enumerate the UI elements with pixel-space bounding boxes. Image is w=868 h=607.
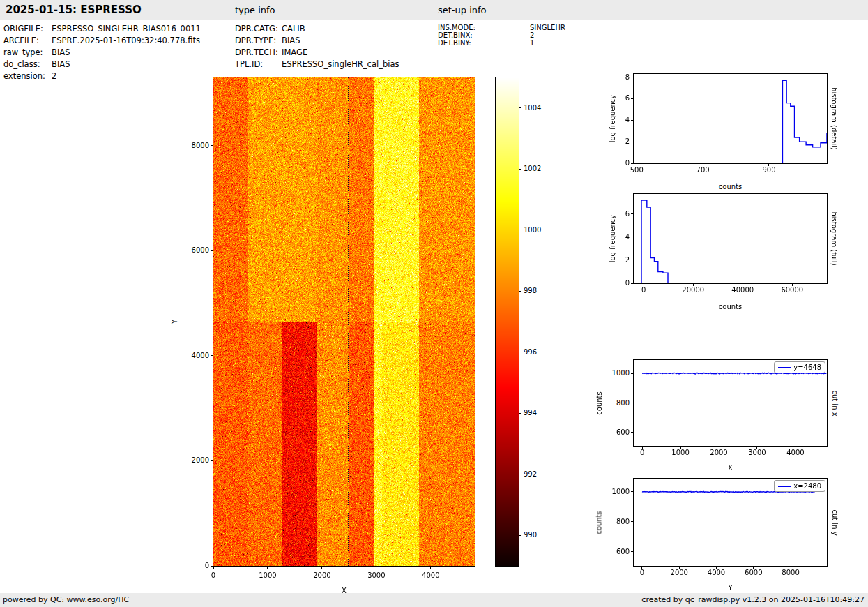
tick-label: 6000 <box>180 246 209 255</box>
tick-label: 4000 <box>410 571 452 580</box>
tick-mark <box>267 566 268 569</box>
tick-mark <box>213 566 214 569</box>
info-value: BIAS <box>282 36 300 45</box>
tick-label: 1000 <box>247 571 289 580</box>
footer-created-by: created by qc_rawdisp.py v1.2.3 on 2025-… <box>641 595 865 604</box>
legend-label: x=2480 <box>793 481 821 490</box>
info-row: raw_type:BIAS <box>3 47 201 59</box>
tick-label: 0 <box>621 569 663 577</box>
x-axis-label: counts <box>634 183 827 191</box>
tick-mark <box>519 413 521 414</box>
tick-label: 0 <box>180 562 209 570</box>
y-axis-label: log frequency <box>608 74 618 163</box>
side-label: cut in y <box>829 479 839 566</box>
file-info-block: ORIGFILE:ESPRESSO_SINGLEHR_BIAS016_0011A… <box>3 23 201 82</box>
tick-mark <box>519 169 521 170</box>
tick-label: 996 <box>524 348 551 357</box>
tick-mark <box>631 213 634 214</box>
side-label: histogram (detail) <box>829 74 839 163</box>
cut-in-x-plot: 010002000300040006008001000Xcountscut in… <box>633 359 828 447</box>
tick-mark <box>631 403 634 403</box>
tick-mark <box>519 107 521 108</box>
tick-mark <box>211 355 213 356</box>
info-row: DPR.CATG:CALIB <box>235 23 399 35</box>
info-label: TPL.ID: <box>235 59 282 70</box>
setup-info-block: INS.MODE:SINGLEHRDET.BINX:2DET.BINY:1 <box>438 24 565 47</box>
tick-mark <box>631 432 634 433</box>
info-value: ESPRESSO_SINGLEHR_BIAS016_0011 <box>52 24 201 33</box>
tick-mark <box>631 521 634 522</box>
tick-label: 1002 <box>524 165 551 173</box>
tick-label: 40000 <box>722 286 763 294</box>
tick-label: 3000 <box>736 449 778 457</box>
info-value: IMAGE <box>282 47 307 57</box>
info-label: do_class: <box>3 59 52 70</box>
info-row: DPR.TYPE:BIAS <box>235 35 399 47</box>
y-axis-label: log frequency <box>608 194 618 283</box>
tick-label: 6000 <box>733 569 775 577</box>
info-row: do_class:BIAS <box>3 59 201 70</box>
info-label: DPR.CATG: <box>235 23 282 35</box>
colorbar-canvas <box>496 77 519 566</box>
tick-label: 0 <box>621 449 663 457</box>
setup-info-heading: set-up info <box>438 5 487 15</box>
tick-mark <box>631 551 634 552</box>
y-axis-label: Y <box>170 77 180 566</box>
tick-mark <box>631 283 634 284</box>
legend: y=4648 <box>774 361 825 373</box>
tick-label: 994 <box>524 409 551 417</box>
bias-image-plot: 0100020003000400002000400060008000XY <box>213 77 475 567</box>
histogram-full-plot: 02000040000600000246countslog frequencyh… <box>633 193 828 284</box>
y-axis-label: counts <box>594 360 604 446</box>
info-value: 1 <box>530 39 534 47</box>
info-row: DET.BINX:2 <box>438 31 565 39</box>
tick-label: 1000 <box>600 488 630 496</box>
tick-label: 900 <box>748 166 790 174</box>
tick-label: 600 <box>600 428 630 437</box>
type-info-block: DPR.CATG:CALIBDPR.TYPE:BIASDPR.TECH:IMAG… <box>235 23 399 70</box>
page-title: 2025-01-15: ESPRESSO <box>6 3 142 16</box>
tick-label: 2000 <box>698 449 740 457</box>
info-row: DET.BINY:1 <box>438 39 565 47</box>
tick-mark <box>631 237 634 237</box>
footer-qc-link[interactable]: powered by QC: www.eso.org/HC <box>3 595 129 604</box>
tick-mark <box>631 120 634 121</box>
tick-mark <box>631 491 634 492</box>
tick-mark <box>631 373 634 374</box>
tick-label: 2000 <box>658 569 700 577</box>
histogram-detail-plot: 50070090002468countslog frequencyhistogr… <box>633 73 828 164</box>
tick-mark <box>631 260 634 260</box>
tick-label: 1000 <box>524 226 551 234</box>
tick-label: 2000 <box>301 571 343 580</box>
tick-label: 990 <box>524 531 551 539</box>
info-label: extension: <box>3 70 52 82</box>
tick-label: 700 <box>682 166 724 174</box>
histogram-full-canvas <box>634 194 827 283</box>
side-label: histogram (full) <box>829 194 839 283</box>
info-label: ORIGFILE: <box>3 23 52 35</box>
legend-line-swatch <box>778 486 791 487</box>
legend: x=2480 <box>774 480 825 492</box>
colorbar: 990992994996998100010021004 <box>495 77 519 567</box>
bias-image-canvas <box>213 77 475 566</box>
tick-mark <box>376 566 376 569</box>
legend-line-swatch <box>778 367 791 368</box>
info-row: TPL.ID:ESPRESSO_singleHR_cal_bias <box>235 59 399 70</box>
info-label: raw_type: <box>3 47 52 59</box>
x-axis-label: Y <box>634 584 827 592</box>
tick-mark <box>211 460 213 461</box>
tick-mark <box>631 77 634 77</box>
tick-mark <box>321 566 322 569</box>
tick-label: 800 <box>600 518 630 526</box>
tick-mark <box>211 250 213 251</box>
x-axis-label: X <box>634 464 827 472</box>
info-row: INS.MODE:SINGLEHR <box>438 24 565 31</box>
tick-mark <box>430 566 431 569</box>
y-axis-label: counts <box>594 479 604 566</box>
info-value: 2 <box>52 71 56 81</box>
tick-mark <box>211 566 213 567</box>
legend-label: y=4648 <box>793 363 821 372</box>
tick-label: 4000 <box>696 569 738 577</box>
info-label: DPR.TYPE: <box>235 35 282 47</box>
tick-label: 4000 <box>775 449 816 457</box>
